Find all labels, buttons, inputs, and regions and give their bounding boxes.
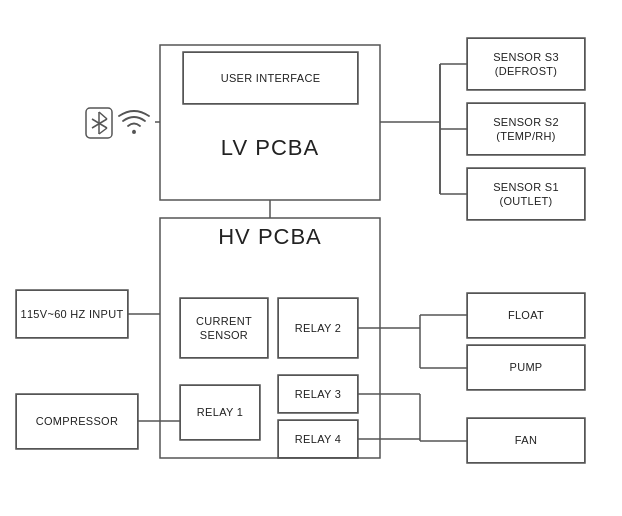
fan-box: FAN	[467, 418, 585, 463]
input-box: 115V~60 HZ INPUT	[16, 290, 128, 338]
hv-pcba-label: HV PCBA	[160, 218, 380, 256]
svg-point-41	[132, 130, 136, 134]
relay2-box: RELAY 2	[278, 298, 358, 358]
sensor-s1-box: SENSOR S1(OUTLET)	[467, 168, 585, 220]
float-box: FLOAT	[467, 293, 585, 338]
relay1-box: RELAY 1	[180, 385, 260, 440]
wireless-icons	[80, 103, 155, 143]
compressor-box: COMPRESSOR	[16, 394, 138, 449]
svg-line-40	[99, 128, 107, 134]
svg-line-37	[99, 112, 107, 119]
lv-pcba-label: LV PCBA	[160, 95, 380, 200]
sensor-s3-box: SENSOR S3(DEFROST)	[467, 38, 585, 90]
pump-box: PUMP	[467, 345, 585, 390]
relay4-box: RELAY 4	[278, 420, 358, 458]
bluetooth-icon	[85, 107, 113, 139]
current-sensor-box: CURRENT SENSOR	[180, 298, 268, 358]
sensor-s2-box: SENSOR S2(TEMP/RH)	[467, 103, 585, 155]
wifi-icon	[117, 109, 151, 137]
relay3-box: RELAY 3	[278, 375, 358, 413]
diagram: USER INTERFACE LV PCBA HV PCBA SENSOR S3…	[0, 0, 622, 516]
